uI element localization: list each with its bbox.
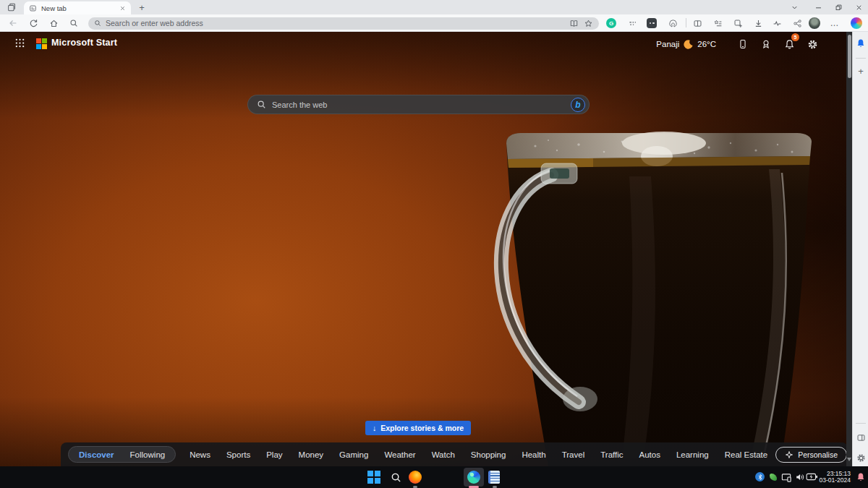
rewards-icon[interactable] [757,36,775,52]
weather-widget[interactable]: Panaji 26°C [656,39,716,50]
firefox-icon[interactable] [408,470,422,484]
tab-favicon-icon [29,4,37,12]
downloads-icon[interactable] [752,17,764,29]
tab-health[interactable]: Health [514,450,553,459]
workspaces-icon[interactable] [6,1,17,13]
sidebar-bell-icon[interactable] [855,38,867,49]
home-icon[interactable] [48,17,59,29]
sidebar-divider [856,58,866,59]
sidebar-search-icon[interactable] [68,17,80,29]
grammarly-extension-icon[interactable]: G [606,18,616,28]
new-tab-button[interactable]: + [136,1,148,13]
read-aloud-icon[interactable] [569,18,579,28]
tab-following[interactable]: Following [122,450,174,459]
edge-taskbar-button[interactable] [464,468,484,487]
close-button[interactable] [849,0,868,14]
taskbar-search-icon[interactable] [388,470,403,484]
tab-travel[interactable]: Travel [554,450,593,459]
sidebar-add-icon[interactable]: + [855,65,867,77]
tab-strip: New tab + [0,0,868,14]
tab-gaming[interactable]: Gaming [331,450,376,459]
tab-shopping[interactable]: Shopping [463,450,514,459]
dashes-extension-icon[interactable] [626,17,638,29]
tab-sports[interactable]: Sports [218,450,258,459]
browser-essentials-icon[interactable] [771,17,783,29]
mobile-phone-icon[interactable] [733,36,752,52]
copilot-icon[interactable] [851,17,862,29]
sidebar-panel-icon[interactable] [855,432,867,443]
battery-icon[interactable] [806,473,818,481]
page-settings-gear-icon[interactable] [803,36,822,52]
volume-icon[interactable] [795,472,805,482]
edge-browser-window: New tab + [0,0,868,488]
favorites-list-icon[interactable] [712,17,723,29]
sidebar-settings-gear-icon[interactable] [855,452,867,463]
sidebar-divider-bottom [856,423,866,424]
tab-traffic[interactable]: Traffic [592,450,631,459]
edge-sidebar: + [852,32,868,466]
notification-center-bell-icon[interactable] [856,472,866,482]
apps-grid-icon[interactable] [14,38,26,49]
bluetooth-icon[interactable] [755,472,765,481]
scrollbar-down-arrow[interactable] [847,458,851,461]
bing-icon[interactable]: b [571,98,585,112]
active-tab[interactable]: New tab [24,1,131,14]
address-input[interactable] [106,19,564,27]
windows-logo-icon [367,471,380,484]
address-bar[interactable] [88,17,599,30]
tab-autos[interactable]: Autos [631,450,668,459]
clock-date: 03-01-2024 [817,477,851,484]
minimize-button[interactable] [809,0,827,14]
tab-close-icon[interactable] [119,5,126,12]
split-screen-icon[interactable] [692,17,703,29]
explore-stories-button[interactable]: ↓ Explore stories & more [365,421,471,435]
tab-watch[interactable]: Watch [424,450,463,459]
personalise-button[interactable]: Personalise [775,447,847,463]
edge-logo-icon [467,471,480,484]
address-search-icon [94,20,101,27]
weather-location: Panaji [656,40,679,48]
notepad-running-indicator [493,486,497,488]
personalise-label: Personalise [798,450,838,459]
microsoft-logo [36,38,47,49]
taskbar-clock[interactable]: 23:15:13 03-01-2024 [817,471,851,484]
tab-play[interactable]: Play [258,450,290,459]
back-icon[interactable] [7,17,19,29]
tab-real-estate[interactable]: Real Estate [717,450,775,459]
start-page: Microsoft Start Panaji 26°C 5 [0,32,852,466]
display-cast-icon[interactable] [781,472,792,483]
refresh-icon[interactable] [27,17,39,29]
moon-icon [683,39,694,50]
tab-weather[interactable]: Weather [376,450,423,459]
down-arrow-icon: ↓ [373,424,376,432]
page-scrollbar[interactable] [846,32,852,466]
start-button[interactable] [367,470,381,484]
notepad-app-icon[interactable] [487,470,501,484]
scrollbar-thumb[interactable] [848,35,851,78]
restore-button[interactable] [829,0,848,14]
web-search-bar[interactable]: b [247,95,590,114]
firefox-running-indicator [413,486,417,488]
feed-navbar: Discover Following News Sports Play Mone… [61,442,848,466]
weather-temperature: 26°C [697,40,716,48]
settings-more-icon[interactable]: … [829,17,841,29]
tab-discover[interactable]: Discover [71,450,122,459]
web-search-input[interactable] [272,100,565,109]
notifications-bell-icon[interactable]: 5 [780,36,799,52]
tab-learning[interactable]: Learning [668,450,717,459]
tab-search-chevron-icon[interactable] [785,0,804,14]
octocat-extension-icon[interactable] [667,17,678,29]
tray-app-icon[interactable] [770,474,777,481]
tab-news[interactable]: News [182,450,218,459]
explore-stories-label: Explore stories & more [380,424,464,432]
tab-money[interactable]: Money [291,450,332,459]
notification-badge: 5 [791,33,799,41]
share-icon[interactable] [791,17,803,29]
page-title: Microsoft Start [51,38,117,48]
windows-taskbar: 23:15:13 03-01-2024 [0,466,868,488]
favorite-star-icon[interactable] [583,18,593,28]
sparkle-icon [785,450,793,459]
dark-robot-extension-icon[interactable] [647,18,657,28]
profile-avatar[interactable] [809,17,820,29]
collections-add-icon[interactable] [732,17,744,29]
